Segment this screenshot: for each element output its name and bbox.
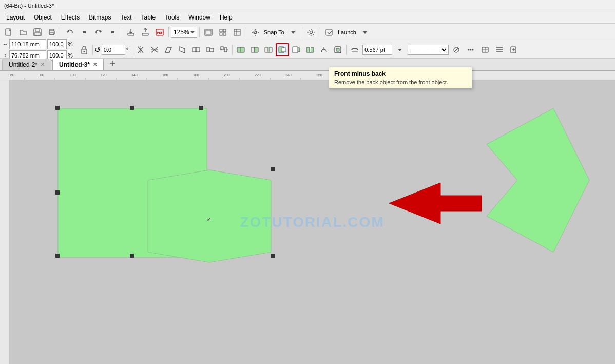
center-x: × (207, 217, 210, 223)
fullscreen-btn[interactable] (202, 26, 215, 39)
back-minus-front-btn[interactable] (290, 43, 303, 56)
degree-symbol: ° (126, 47, 128, 53)
boundary-btn[interactable] (331, 43, 344, 56)
ruler-corner (0, 71, 9, 80)
menu-window[interactable]: Window (184, 13, 215, 22)
more-btn3[interactable] (493, 43, 506, 56)
align-btn[interactable] (217, 43, 230, 56)
menu-table[interactable]: Table (137, 13, 160, 22)
svg-marker-26 (291, 31, 295, 34)
tab-untitled3[interactable]: Untitled-3* ✕ (52, 59, 104, 70)
svg-rect-18 (220, 33, 222, 35)
undo-arrow[interactable] (78, 26, 91, 39)
zoom-selector[interactable]: 125% (171, 27, 197, 38)
zoom-value: 125% (174, 29, 189, 36)
simplify-btn[interactable] (317, 43, 331, 56)
sep4 (199, 27, 200, 37)
stroke-unit-arrow[interactable] (393, 43, 407, 56)
front-minus-back-btn[interactable] (276, 43, 289, 56)
svg-point-6 (53, 31, 54, 32)
handle-bl[interactable] (55, 254, 60, 258)
angle-input[interactable] (102, 45, 125, 55)
pdf-btn[interactable]: PDF (153, 26, 166, 39)
menu-bitmaps[interactable]: Bitmaps (85, 13, 115, 22)
hexagon-shape[interactable] (148, 170, 271, 262)
handle-tl[interactable] (55, 106, 60, 110)
redo-arrow[interactable] (106, 26, 120, 39)
toolbar1: PDF 125% Snap To Launch (0, 24, 615, 41)
svg-marker-59 (398, 49, 402, 51)
svg-text:140: 140 (131, 73, 138, 77)
publish-btn[interactable] (322, 26, 336, 39)
group-btn[interactable] (189, 43, 203, 56)
svg-text:200: 200 (224, 73, 230, 77)
snap-to-btn[interactable] (248, 26, 262, 39)
flip-h-btn[interactable] (134, 43, 147, 56)
menu-effects[interactable]: Effects (57, 13, 84, 22)
svg-point-61 (468, 49, 470, 50)
handle-tm[interactable] (130, 106, 134, 110)
svg-rect-54 (310, 47, 311, 52)
launch-arrow[interactable] (358, 26, 372, 39)
add-tab-btn[interactable] (106, 56, 119, 70)
open-btn[interactable] (16, 26, 30, 39)
handle-ml[interactable] (55, 190, 60, 195)
svg-rect-34 (193, 48, 197, 52)
handle-br[interactable] (271, 254, 275, 258)
menu-help[interactable]: Help (216, 13, 237, 22)
skew-h-btn[interactable] (162, 43, 175, 56)
menu-text[interactable]: Text (117, 13, 136, 22)
undo-btn[interactable] (63, 26, 76, 39)
width-input[interactable] (9, 39, 46, 49)
menu-bar: Layout Object Effects Bitmaps Text Table… (0, 11, 615, 24)
sep1 (61, 27, 61, 37)
snap-arrow[interactable] (286, 26, 300, 39)
menu-object[interactable]: Object (30, 13, 56, 22)
tab-untitled2[interactable]: Untitled-2* ✕ (2, 59, 51, 70)
intersect-btn[interactable] (262, 43, 275, 56)
handle-rm[interactable] (271, 167, 275, 171)
tab1-close[interactable]: ✕ (41, 62, 45, 67)
flip-v-btn[interactable] (148, 43, 161, 56)
pct-label2: % (68, 52, 73, 59)
save-btn[interactable] (31, 26, 44, 39)
grid-btn[interactable] (216, 26, 229, 39)
redo-btn[interactable] (92, 26, 105, 39)
result-shape[interactable] (487, 108, 589, 252)
stroke-width-input[interactable] (362, 45, 392, 55)
table-btn[interactable] (230, 26, 244, 39)
handle-tr[interactable] (199, 106, 203, 110)
more-btn2[interactable] (478, 43, 492, 56)
svg-point-31 (83, 51, 85, 52)
ungroup-btn[interactable] (203, 43, 217, 56)
print-btn[interactable] (45, 26, 59, 39)
stroke-opts-btn[interactable] (450, 43, 463, 56)
import-btn[interactable] (124, 26, 138, 39)
tab2-label: Untitled-3* (59, 61, 90, 68)
export-btn[interactable] (139, 26, 152, 39)
svg-rect-28 (326, 29, 332, 35)
stroke-icon-btn[interactable] (348, 43, 361, 56)
lock-proportions-btn[interactable] (78, 43, 91, 56)
more-btn1[interactable] (464, 43, 477, 56)
rotate-icon: ↺ (94, 46, 101, 54)
menu-layout[interactable]: Layout (2, 13, 29, 22)
svg-marker-8 (111, 31, 114, 33)
width-pct-input[interactable] (47, 39, 67, 49)
stroke-style-select[interactable]: ──────── - - - - - · · · · · (408, 45, 449, 55)
menu-tools[interactable]: Tools (161, 13, 183, 22)
add-page-btn[interactable] (507, 43, 521, 56)
svg-rect-15 (206, 30, 211, 34)
weld-btn[interactable] (234, 43, 247, 56)
handle-bm[interactable] (130, 254, 134, 258)
tab2-close[interactable]: ✕ (93, 62, 97, 67)
xor-btn[interactable] (303, 43, 317, 56)
settings-btn[interactable] (304, 26, 318, 39)
svg-point-62 (470, 49, 472, 50)
svg-text:220: 220 (255, 73, 261, 77)
new-btn[interactable] (2, 26, 15, 39)
trim-btn[interactable] (248, 43, 261, 56)
skew-v-btn[interactable] (176, 43, 189, 56)
main-canvas[interactable]: ZOTUTORIAL.COM (9, 80, 615, 364)
svg-text:240: 240 (285, 73, 292, 77)
